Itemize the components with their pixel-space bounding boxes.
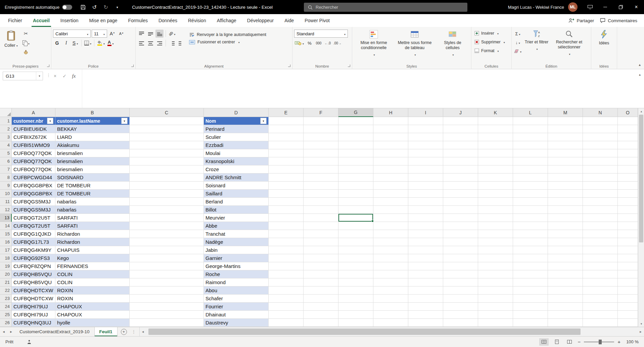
autosave-toggle[interactable] xyxy=(62,5,72,10)
row-header-16[interactable]: 16 xyxy=(0,238,12,246)
ideas-button[interactable]: Idées xyxy=(593,29,615,46)
cell-H8[interactable] xyxy=(373,174,408,182)
collapse-formula-bar-icon[interactable]: ▴ xyxy=(639,73,641,76)
cell-C9[interactable] xyxy=(130,182,204,190)
cell-I24[interactable] xyxy=(408,303,443,311)
cell-J5[interactable] xyxy=(443,149,478,157)
ribbon-tab-aide[interactable]: Aide xyxy=(279,14,299,27)
cell-K20[interactable] xyxy=(478,270,513,278)
cell-G8[interactable] xyxy=(338,174,373,182)
cell-O8[interactable] xyxy=(618,174,638,182)
cell-D7[interactable]: Croze xyxy=(204,165,269,174)
cell-K6[interactable] xyxy=(478,157,513,165)
cell-O10[interactable] xyxy=(618,190,638,198)
cell-F22[interactable] xyxy=(304,286,338,295)
name-box[interactable]: G13 ▾ xyxy=(3,72,43,80)
currency-button[interactable] xyxy=(294,39,305,47)
cell-B8[interactable]: SOISNARD xyxy=(55,174,130,182)
cell-J22[interactable] xyxy=(443,286,478,295)
cell-F8[interactable] xyxy=(304,174,338,182)
cell-K24[interactable] xyxy=(478,303,513,311)
cell-H2[interactable] xyxy=(373,125,408,133)
cell-G15[interactable] xyxy=(338,230,373,238)
cell-A12[interactable]: CUFBQGS5M3J xyxy=(12,206,55,214)
cell-K17[interactable] xyxy=(478,246,513,254)
cell-L5[interactable] xyxy=(513,149,548,157)
cell-F15[interactable] xyxy=(304,230,338,238)
cell-N7[interactable] xyxy=(583,165,618,174)
row-header-14[interactable]: 14 xyxy=(0,222,12,230)
cell-G26[interactable] xyxy=(338,319,373,327)
cell-G4[interactable] xyxy=(338,141,373,149)
scroll-right-icon[interactable]: ▸ xyxy=(637,330,644,334)
cell-G10[interactable] xyxy=(338,190,373,198)
cell-E2[interactable] xyxy=(269,125,304,133)
cell-J10[interactable] xyxy=(443,190,478,198)
row-header-9[interactable]: 9 xyxy=(0,182,12,190)
cell-J2[interactable] xyxy=(443,125,478,133)
ribbon-tab-affichage[interactable]: Affichage xyxy=(212,14,242,27)
cell-L10[interactable] xyxy=(513,190,548,198)
cell-O20[interactable] xyxy=(618,270,638,278)
formula-input[interactable] xyxy=(82,69,633,108)
row-header-26[interactable]: 26 xyxy=(0,319,12,327)
cell-E11[interactable] xyxy=(269,198,304,206)
cell-F9[interactable] xyxy=(304,182,338,190)
cell-O24[interactable] xyxy=(618,303,638,311)
cell-J21[interactable] xyxy=(443,278,478,286)
cell-I10[interactable] xyxy=(408,190,443,198)
cell-H10[interactable] xyxy=(373,190,408,198)
search-box[interactable]: Rechercher xyxy=(304,3,467,12)
cell-F4[interactable] xyxy=(304,141,338,149)
cell-K3[interactable] xyxy=(478,133,513,141)
cell-H13[interactable] xyxy=(373,214,408,222)
cell-C26[interactable] xyxy=(130,319,204,327)
vertical-scrollbar[interactable]: ▴ ▾ xyxy=(638,108,644,327)
hscroll-track[interactable] xyxy=(146,327,637,336)
formula-bar-grip[interactable]: ⋮ xyxy=(46,73,51,78)
cell-C12[interactable] xyxy=(130,206,204,214)
column-header-C[interactable]: C xyxy=(130,108,204,117)
cell-G23[interactable] xyxy=(338,295,373,303)
collapse-ribbon-button[interactable]: ▴ xyxy=(639,63,641,67)
increase-decimal-button[interactable]: ←.0 xyxy=(324,39,332,47)
cell-B14[interactable]: SARFATI xyxy=(55,222,130,230)
share-button[interactable]: Partager xyxy=(568,18,594,23)
save-button[interactable] xyxy=(80,4,86,10)
cell-L20[interactable] xyxy=(513,270,548,278)
cell-C8[interactable] xyxy=(130,174,204,182)
cell-E17[interactable] xyxy=(269,246,304,254)
cell-C21[interactable] xyxy=(130,278,204,286)
cell-H18[interactable] xyxy=(373,254,408,262)
cell-N6[interactable] xyxy=(583,157,618,165)
filter-button-B[interactable]: ▾ xyxy=(121,118,128,124)
ribbon-tab-formules[interactable]: Formules xyxy=(123,14,153,27)
cell-E10[interactable] xyxy=(269,190,304,198)
cell-G18[interactable] xyxy=(338,254,373,262)
cell-K5[interactable] xyxy=(478,149,513,157)
increase-indent-button[interactable] xyxy=(177,39,185,47)
cell-D9[interactable]: Soisnard xyxy=(204,182,269,190)
column-header-I[interactable]: I xyxy=(408,108,443,117)
cell-F25[interactable] xyxy=(304,311,338,319)
cell-H19[interactable] xyxy=(373,262,408,270)
align-left-button[interactable] xyxy=(137,39,145,47)
cell-O21[interactable] xyxy=(618,278,638,286)
vscroll-thumb[interactable] xyxy=(639,115,643,242)
row-header-4[interactable]: 4 xyxy=(0,141,12,149)
cell-N25[interactable] xyxy=(583,311,618,319)
copy-button[interactable] xyxy=(22,39,30,47)
cell-J4[interactable] xyxy=(443,141,478,149)
cell-G17[interactable] xyxy=(338,246,373,254)
cell-G13[interactable] xyxy=(338,214,373,222)
column-header-A[interactable]: A xyxy=(12,108,55,117)
cell-M17[interactable] xyxy=(548,246,583,254)
cell-N26[interactable] xyxy=(583,319,618,327)
cell-E21[interactable] xyxy=(269,278,304,286)
align-right-button[interactable] xyxy=(155,39,164,47)
cell-G12[interactable] xyxy=(338,206,373,214)
cell-J7[interactable] xyxy=(443,165,478,174)
dialog-launcher-icon[interactable] xyxy=(46,64,50,68)
cell-J15[interactable] xyxy=(443,230,478,238)
cell-B25[interactable]: CHAPOUX xyxy=(55,311,130,319)
